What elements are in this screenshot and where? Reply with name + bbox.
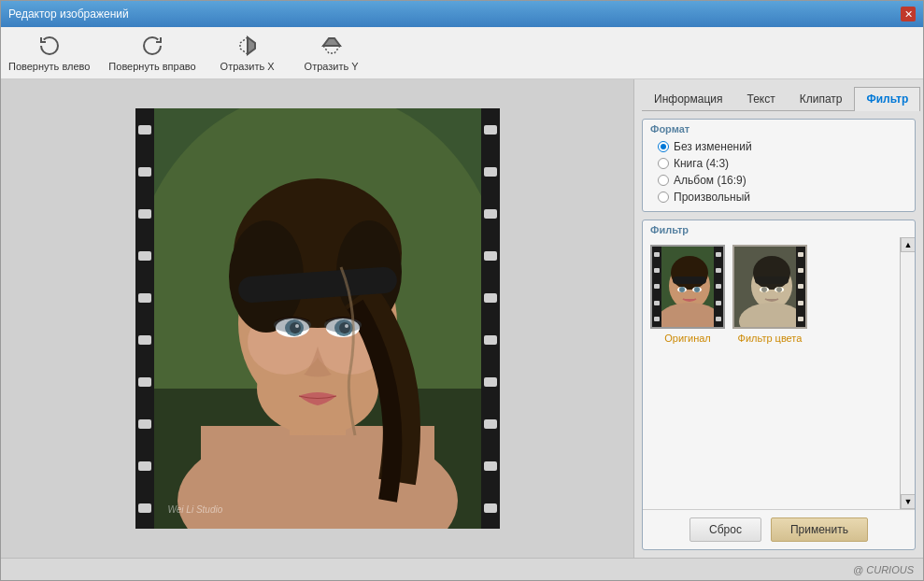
tab-bar: Информация Текст Клипатр Фильтр [642, 87, 916, 111]
radio-no-change[interactable]: Без изменений [658, 140, 900, 153]
format-content: Без изменений Книга (4:3) Альбом (16:9) [643, 136, 915, 211]
svg-point-28 [274, 318, 311, 333]
film-hole [484, 377, 497, 387]
film-hole [484, 125, 497, 135]
film-strip: Wei Li Studio [135, 108, 500, 529]
scroll-track [901, 252, 915, 494]
image-area: Wei Li Studio [1, 79, 633, 558]
film-holes-left [135, 108, 154, 529]
film-hole [138, 503, 151, 513]
film-hole [138, 251, 151, 261]
main-window: Редактор изображений ✕ Повернуть влево П… [0, 0, 924, 581]
filter-content: Оригинал [643, 237, 915, 549]
svg-point-45 [761, 287, 767, 292]
apply-button[interactable]: Применить [771, 517, 868, 542]
filter-thumb-color-label: Фильтр цвета [738, 333, 803, 344]
rotate-right-icon [141, 35, 163, 57]
svg-point-29 [324, 318, 362, 333]
film-hole [484, 419, 497, 429]
film-hole [138, 461, 151, 471]
radio-no-change-label: Без изменений [674, 140, 752, 153]
rotate-right-button[interactable]: Повернуть вправо [108, 35, 195, 72]
flip-y-icon [320, 35, 343, 57]
film-hole [484, 335, 497, 345]
statusbar-text: @ CURIOUS [853, 564, 914, 575]
filter-buttons: Сброс Применить [643, 509, 915, 549]
svg-marker-3 [323, 38, 340, 46]
statusbar: @ CURIOUS [1, 558, 923, 580]
film-hole [484, 167, 497, 177]
scroll-down-button[interactable]: ▼ [901, 494, 915, 509]
scroll-up-button[interactable]: ▲ [901, 237, 915, 252]
svg-marker-1 [240, 37, 248, 54]
tab-info[interactable]: Информация [642, 87, 734, 110]
radio-book[interactable]: Книга (4:3) [658, 157, 900, 170]
film-hole [138, 335, 151, 345]
svg-point-32 [671, 256, 708, 290]
svg-rect-42 [755, 276, 789, 284]
tab-filter[interactable]: Фильтр [854, 87, 920, 111]
thumb-film-holes-right-2 [796, 247, 805, 327]
main-content: Wei Li Studio [1, 79, 923, 558]
svg-rect-33 [673, 276, 706, 284]
flip-x-button[interactable]: Отразить X [215, 35, 280, 72]
rotate-right-label: Повернуть вправо [108, 61, 195, 72]
filter-thumbnails-wrapper: Оригинал [643, 237, 915, 509]
format-title: Формат [643, 120, 915, 136]
film-hole [484, 251, 497, 261]
portrait-svg [154, 108, 481, 529]
film-hole [138, 209, 151, 219]
flip-x-label: Отразить X [220, 61, 275, 72]
filter-scrollbar: ▲ ▼ [900, 237, 915, 509]
svg-point-46 [776, 287, 782, 292]
filter-section: Фильтр [642, 220, 916, 550]
film-holes-right [481, 108, 500, 529]
radio-book-indicator [658, 158, 669, 169]
radio-album-label: Альбом (16:9) [674, 174, 746, 187]
format-radio-group: Без изменений Книга (4:3) Альбом (16:9) [658, 140, 900, 204]
thumb-film-holes-right [714, 247, 723, 327]
radio-album[interactable]: Альбом (16:9) [658, 174, 900, 187]
filter-thumb-color-img [732, 245, 807, 329]
svg-point-37 [694, 287, 700, 292]
window-title: Редактор изображений [8, 7, 129, 21]
close-button[interactable]: ✕ [901, 7, 916, 21]
film-hole [138, 293, 151, 303]
film-hole [138, 377, 151, 387]
svg-point-36 [679, 287, 685, 292]
tab-text[interactable]: Текст [734, 87, 787, 110]
radio-custom-indicator [658, 191, 669, 203]
film-hole [484, 293, 497, 303]
svg-marker-4 [323, 46, 340, 53]
radio-book-label: Книга (4:3) [674, 157, 729, 170]
filter-thumb-original[interactable]: Оригинал [650, 245, 725, 344]
film-hole [484, 209, 497, 219]
film-hole [138, 167, 151, 177]
flip-y-label: Отразить Y [305, 61, 359, 72]
film-hole [484, 503, 497, 513]
rotate-left-label: Повернуть влево [8, 61, 90, 72]
toolbar: Повернуть влево Повернуть вправо Отразит… [1, 27, 923, 79]
film-hole [138, 419, 151, 429]
rotate-left-button[interactable]: Повернуть влево [8, 35, 90, 72]
radio-custom[interactable]: Произвольный [658, 191, 900, 204]
tab-clipboard[interactable]: Клипатр [788, 87, 855, 110]
filter-title: Фильтр [643, 220, 915, 237]
film-hole [484, 461, 497, 471]
filter-thumb-original-img [650, 245, 725, 329]
rotate-left-icon [38, 35, 61, 57]
filter-thumb-color[interactable]: Фильтр цвета [732, 245, 807, 344]
svg-marker-0 [248, 37, 255, 54]
svg-point-41 [753, 256, 790, 290]
flip-x-icon [236, 35, 259, 57]
watermark: Wei Li Studio [168, 504, 223, 515]
radio-custom-label: Произвольный [674, 191, 750, 204]
main-image: Wei Li Studio [154, 108, 481, 529]
reset-button[interactable]: Сброс [689, 517, 761, 542]
radio-no-change-indicator [658, 141, 669, 152]
flip-y-button[interactable]: Отразить Y [299, 35, 364, 72]
radio-album-indicator [658, 175, 669, 186]
format-section: Формат Без изменений Книга (4:3) [642, 119, 916, 212]
right-panel: Информация Текст Клипатр Фильтр Формат Б… [633, 79, 923, 558]
filter-thumbnails: Оригинал [643, 237, 900, 509]
